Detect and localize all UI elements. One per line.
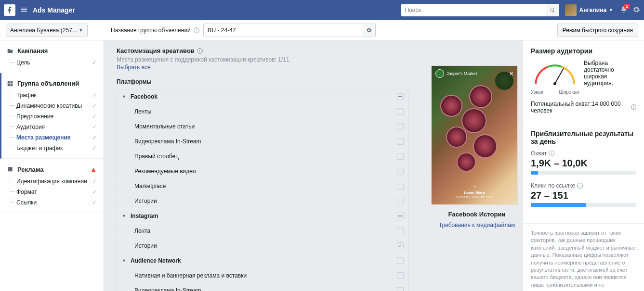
platform-item-label: Ленты [134, 108, 151, 115]
right-panel: Размер аудитории Узкая Шир [523, 40, 644, 291]
nav-item[interactable]: Аудитория✓ [7, 122, 97, 132]
chevron-up-icon: ⌃ [432, 185, 517, 190]
svg-line-0 [555, 68, 564, 84]
search-button[interactable] [546, 4, 559, 16]
left-nav: Кампания Цель✓ Группа объявлений Трафик✓… [0, 40, 104, 291]
check-icon: ✓ [92, 113, 97, 120]
nav-item[interactable]: Ссылки✓ [7, 197, 97, 208]
chevron-down-icon: ▼ [609, 8, 613, 13]
search-input[interactable] [401, 4, 546, 16]
facebook-logo[interactable] [4, 4, 15, 16]
account-select[interactable]: Ангелина Буваева (257… ▼ [6, 24, 88, 37]
platform-item-checkbox[interactable] [397, 272, 404, 279]
nav-section-title: Кампания [17, 47, 48, 54]
nav-item-label: Цель [16, 59, 30, 66]
gauge-label-narrow: Узкая [531, 89, 543, 95]
platform-item-checkbox[interactable] [397, 287, 404, 291]
nav-section-adset: Группа объявлений Трафик✓Динамические кр… [0, 73, 104, 159]
platform-group-checkbox[interactable] [397, 257, 404, 264]
info-icon[interactable]: i [197, 48, 203, 54]
platform-item[interactable]: Рекомендуемые видео [117, 164, 408, 179]
platform-item-label: Истории [134, 242, 157, 249]
search-bar [401, 4, 559, 16]
check-icon: ✓ [92, 189, 97, 195]
platform-item[interactable]: Истории [117, 239, 408, 253]
platform-item[interactable]: Видеореклама In-Stream [117, 283, 408, 291]
platform-item-checkbox[interactable] [397, 108, 404, 115]
platform-item-checkbox[interactable] [397, 242, 404, 249]
subbar: Ангелина Буваева (257… ▼ Название группы… [0, 20, 644, 40]
platform-item-checkbox[interactable] [397, 123, 404, 130]
info-icon[interactable]: i [577, 183, 583, 189]
preview-label: Facebook Истории [431, 211, 523, 218]
metric-clicks-bar [531, 203, 636, 207]
nav-item[interactable]: Динамические креативы✓ [7, 101, 97, 111]
potential-reach-label: Потенциальный охват:14 000 000 человек [531, 101, 631, 114]
platform-group-checkbox[interactable] [397, 93, 404, 100]
nav-item[interactable]: Места размещения✓ [7, 132, 97, 143]
nav-section-title: Реклама [17, 166, 43, 173]
platform-item[interactable]: Моментальные статьи [117, 119, 408, 134]
daily-results-box: Приблизительные результаты за день Охват… [523, 123, 644, 224]
platform-group[interactable]: ▼Instagram [117, 209, 408, 224]
nav-item-label: Бюджет и график [16, 145, 63, 152]
hamburger-icon[interactable] [20, 6, 28, 15]
advertiser-logo [435, 69, 444, 78]
platform-item-label: Видеореклама In-Stream [134, 287, 201, 291]
topbar: Ads Manager Ангелина ▼ 1 [0, 0, 644, 20]
nav-item[interactable]: Бюджет и график✓ [7, 143, 97, 153]
nav-section-head[interactable]: Реклама ▲ [7, 165, 97, 173]
platform-group[interactable]: ▼Facebook [117, 89, 408, 104]
nav-section-head[interactable]: Группа объявлений [7, 80, 97, 87]
select-all-link[interactable]: Выбрать все [117, 64, 151, 71]
main: Кампания Цель✓ Группа объявлений Трафик✓… [0, 40, 644, 291]
platform-item-checkbox[interactable] [397, 198, 404, 204]
nav-item[interactable]: Трафик✓ [7, 90, 97, 101]
platforms-list: ▼FacebookЛентыМоментальные статьиВидеоре… [117, 89, 409, 291]
nav-item[interactable]: Цель✓ [7, 57, 97, 68]
nav-item-label: Ссылки [16, 199, 37, 206]
gauge-label-broad: Широкая [559, 89, 579, 95]
platform-group[interactable]: ▼Audience Network [117, 253, 408, 268]
user-menu[interactable]: Ангелина ▼ [565, 4, 613, 16]
ad-icon [7, 166, 13, 173]
platform-item[interactable]: Нативная и баннерная реклама и вставки [117, 268, 408, 283]
platform-group-checkbox[interactable] [397, 213, 404, 219]
story-cta: ⌃ Learn More JASPERS-MARKET.COM [432, 181, 517, 204]
platform-item[interactable]: Лента [117, 224, 408, 239]
platform-item-checkbox[interactable] [397, 153, 404, 160]
platform-item[interactable]: Правый столбец [117, 149, 408, 164]
nav-section-head[interactable]: Кампания [7, 47, 97, 54]
platform-item[interactable]: Истории [117, 194, 408, 209]
check-icon: ✓ [92, 102, 97, 109]
nav-section-ad: Реклама ▲ Идентификация компании✓Формат✓… [0, 159, 104, 213]
quick-creation-button[interactable]: Режим быстрого создания [557, 24, 638, 37]
metric-clicks-value: 27 – 151 [531, 190, 636, 201]
info-icon[interactable]: i [549, 151, 554, 156]
nav-item[interactable]: Предложение✓ [7, 111, 97, 122]
platform-item-label: Моментальные статьи [134, 123, 195, 130]
metric-reach-label: Охват i [531, 150, 636, 157]
chevron-down-icon: ▼ [122, 214, 128, 218]
adset-name-input[interactable] [204, 27, 363, 34]
platform-item-checkbox[interactable] [397, 183, 404, 190]
platform-item[interactable]: Marketplace [117, 179, 408, 194]
platform-item-checkbox[interactable] [397, 138, 404, 145]
info-icon[interactable]: i [194, 27, 199, 33]
platform-item-checkbox[interactable] [397, 228, 404, 234]
platform-item[interactable]: Видеореклама In-Stream [117, 134, 408, 149]
info-icon[interactable]: i [631, 104, 636, 110]
check-icon: ✓ [92, 178, 97, 185]
platform-item[interactable]: Ленты [117, 104, 408, 119]
content-area: Кастомизация креативов i Места размещени… [104, 40, 523, 291]
nav-item[interactable]: Формат✓ [7, 187, 97, 197]
check-icon: ✓ [92, 92, 97, 99]
adset-settings-button[interactable] [363, 24, 375, 37]
media-requirements-link[interactable]: Требования к медиафайлам [439, 222, 515, 228]
nav-item-label: Трафик [16, 92, 37, 99]
metric-clicks-label: Клики по ссылке i [531, 182, 636, 189]
notifications-button[interactable]: 1 [620, 6, 628, 15]
platform-item-checkbox[interactable] [397, 168, 404, 175]
settings-button[interactable] [632, 6, 640, 15]
nav-item[interactable]: Идентификация компании✓ [7, 176, 97, 187]
